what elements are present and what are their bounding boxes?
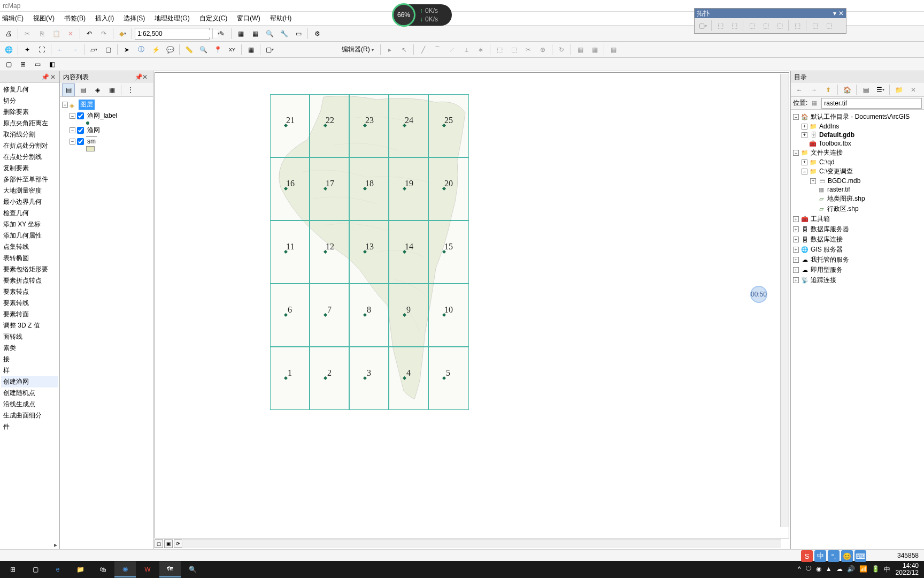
- cat-node[interactable]: + 🗄 数据库连接: [793, 234, 922, 245]
- select-features-icon[interactable]: ▱▾: [87, 43, 100, 56]
- tool-item[interactable]: 删除要素: [1, 107, 58, 118]
- location-input[interactable]: [821, 98, 922, 109]
- scale-input[interactable]: ▾: [135, 28, 210, 40]
- reshape-icon[interactable]: ⬚: [507, 43, 520, 56]
- task-view-icon[interactable]: ▢: [25, 561, 46, 577]
- add-data-icon[interactable]: ◆▾: [116, 27, 129, 40]
- topology-titlebar[interactable]: 拓扑 ▾ ✕: [695, 9, 846, 18]
- topology-tool-icon[interactable]: ⬚: [714, 19, 727, 32]
- full-extent-icon[interactable]: ✦: [21, 43, 34, 56]
- clock[interactable]: 14:40 2022/12: [896, 562, 919, 576]
- shield-icon[interactable]: 🛡: [805, 565, 812, 574]
- cat-label[interactable]: C:\qd: [819, 158, 835, 166]
- cat-node[interactable]: + 🗄 数据库服务器: [793, 224, 922, 234]
- layer-visibility-checkbox[interactable]: [77, 127, 84, 134]
- tool-item[interactable]: 要素转点: [1, 286, 58, 298]
- cat-node[interactable]: + 🗄 Default.gdb: [793, 131, 922, 139]
- cat-node[interactable]: − 🏠 默认工作目录 - Documents\ArcGIS: [793, 112, 922, 122]
- close-icon[interactable]: ✕: [50, 73, 58, 81]
- html-popup-icon[interactable]: 💬: [164, 43, 176, 56]
- midpoint-icon[interactable]: ∗: [474, 43, 487, 56]
- scale-field[interactable]: [137, 30, 218, 37]
- menu-customize[interactable]: 自定义(C): [199, 14, 228, 23]
- print-icon[interactable]: 🖨: [2, 27, 15, 40]
- topology-tool-icon[interactable]: ⬚: [791, 19, 804, 32]
- wps-icon[interactable]: W: [137, 561, 158, 577]
- tool-item[interactable]: 样: [1, 365, 58, 376]
- cat-node[interactable]: ▱ 地类图斑.shp: [793, 194, 922, 204]
- arc-segment-icon[interactable]: ⌒: [431, 43, 444, 56]
- cat-label[interactable]: 即用型服务: [811, 265, 843, 275]
- edit-vertices-icon[interactable]: ⬚: [493, 43, 506, 56]
- tool-item[interactable]: 原点夹角距离左: [1, 118, 58, 129]
- cat-label[interactable]: 文件夹连接: [811, 148, 843, 157]
- tool-item[interactable]: 件: [1, 421, 58, 432]
- tool-item[interactable]: 多部件至单部件: [1, 174, 58, 185]
- tool-item[interactable]: 复制要素: [1, 163, 58, 174]
- cat-label[interactable]: 地类图斑.shp: [827, 194, 865, 203]
- tool-item[interactable]: 要素折点转点: [1, 275, 58, 286]
- start-button[interactable]: ⊞: [2, 561, 24, 577]
- expand-icon[interactable]: +: [793, 267, 799, 273]
- tool-item[interactable]: 在点处分割线: [1, 151, 58, 163]
- expand-icon[interactable]: +: [793, 237, 799, 242]
- editor-toolbar-icon[interactable]: ✎: [215, 27, 228, 40]
- time-slider-icon[interactable]: ▦: [244, 43, 257, 56]
- tool-item[interactable]: 添加几何属性: [1, 230, 58, 241]
- tool-item[interactable]: 接: [1, 354, 58, 365]
- cat-label[interactable]: raster.tif: [827, 186, 850, 193]
- split-tool-icon[interactable]: ⊕: [536, 43, 549, 56]
- scroll-right-icon[interactable]: ▸: [0, 541, 59, 549]
- catalog-icon[interactable]: ▦: [249, 27, 261, 40]
- cat-node[interactable]: + 🗃 BGDC.mdb: [793, 177, 922, 185]
- cat-label[interactable]: 数据库服务器: [811, 225, 849, 234]
- tray-icons[interactable]: ^ 🛡 ◉ ▲ ☁ 🔊 📶 🔋 中: [798, 565, 890, 574]
- expand-icon[interactable]: +: [810, 178, 816, 184]
- home-icon[interactable]: 🏠: [841, 83, 853, 96]
- close-icon[interactable]: ✕: [142, 73, 150, 81]
- fixed-zoom-icon[interactable]: ⛶: [35, 43, 48, 56]
- battery-icon[interactable]: 🔋: [872, 565, 880, 574]
- store-icon[interactable]: 🛍: [92, 561, 113, 577]
- ime-bar[interactable]: S 中 °, 😊 ⌨: [801, 550, 866, 562]
- back-icon[interactable]: ←: [54, 43, 67, 56]
- tool-item[interactable]: 要素转面: [1, 309, 58, 320]
- ime-lang-icon[interactable]: 中: [814, 550, 826, 562]
- dropdown-icon[interactable]: ▾: [833, 10, 836, 17]
- ime-punct-icon[interactable]: °,: [828, 550, 840, 562]
- cat-label[interactable]: 行政区.shp: [827, 204, 859, 214]
- tree-layer[interactable]: − 渔网: [62, 125, 151, 136]
- forward-icon[interactable]: →: [807, 83, 820, 96]
- topology-tool-icon[interactable]: ⬚: [808, 19, 821, 32]
- tray-up-icon[interactable]: ^: [798, 565, 801, 574]
- tool-item[interactable]: 表转椭圆: [1, 253, 58, 264]
- magnifier-icon[interactable]: 🔍: [182, 561, 203, 577]
- forward-icon[interactable]: →: [68, 43, 81, 56]
- options-icon[interactable]: ⋮: [124, 83, 137, 96]
- collapse-icon[interactable]: −: [793, 150, 799, 156]
- layout-view3-icon[interactable]: ▭: [31, 58, 44, 71]
- menu-bookmarks[interactable]: 书签(B): [64, 14, 86, 23]
- expand-icon[interactable]: +: [793, 216, 799, 222]
- topology-panel[interactable]: 拓扑 ▾ ✕ ▢▾ ⬚ ⬚ ⬚ ⬚ ⬚ ⬚ ⬚ ⬚: [694, 8, 846, 34]
- layout-view1-icon[interactable]: ▢: [2, 58, 15, 71]
- rotate-icon[interactable]: ↻: [555, 43, 568, 56]
- pin-icon[interactable]: 📌: [41, 73, 49, 81]
- collapse-icon[interactable]: −: [70, 139, 75, 144]
- cut-polygons-icon[interactable]: ✂: [522, 43, 535, 56]
- app-icon[interactable]: ◉: [114, 561, 136, 577]
- toc-tree[interactable]: − ◈ 图层 − 渔网_label − 渔网 − sm: [60, 97, 153, 549]
- expand-icon[interactable]: +: [802, 132, 807, 138]
- map-canvas[interactable]: 21 22 23 24 25 16 17 18 19 20 11 12 13 1…: [155, 72, 789, 538]
- topology-tool-icon[interactable]: ⬚: [759, 19, 772, 32]
- cat-node[interactable]: − 📁 C:\变更调查: [793, 166, 922, 177]
- modelbuilder-icon[interactable]: ⚙: [311, 27, 324, 40]
- cat-node[interactable]: + 📡 追踪连接: [793, 275, 922, 285]
- find-route-icon[interactable]: 📍: [211, 43, 224, 56]
- topology-tool-icon[interactable]: ⬚: [728, 19, 741, 32]
- create-features-icon[interactable]: ▦: [607, 43, 620, 56]
- straight-segment-icon[interactable]: ╱: [417, 43, 429, 56]
- layer-visibility-checkbox[interactable]: [77, 138, 84, 145]
- pin-icon[interactable]: 📌: [135, 73, 142, 81]
- create-viewer-icon[interactable]: ▢▾: [263, 43, 276, 56]
